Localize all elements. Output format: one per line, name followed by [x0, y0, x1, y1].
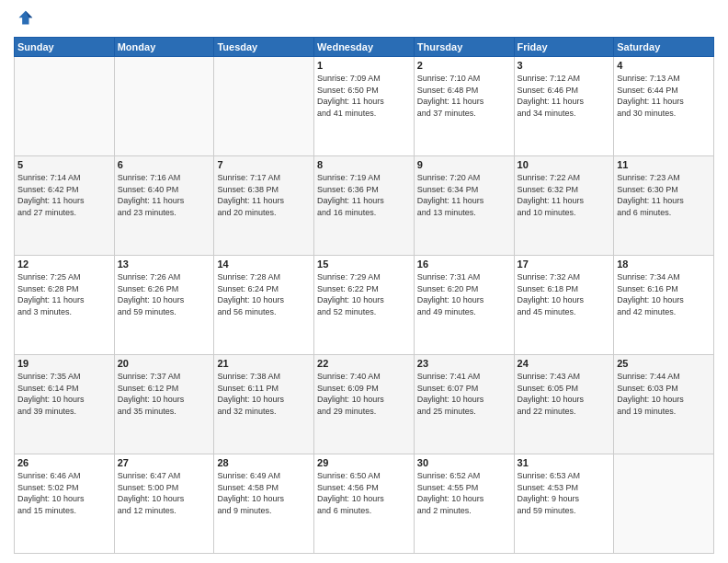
calendar-cell: 15Sunrise: 7:29 AM Sunset: 6:22 PM Dayli…	[314, 256, 415, 355]
calendar-cell: 26Sunrise: 6:46 AM Sunset: 5:02 PM Dayli…	[15, 454, 115, 554]
day-info: Sunrise: 7:13 AM Sunset: 6:44 PM Dayligh…	[617, 73, 711, 119]
week-row-4: 19Sunrise: 7:35 AM Sunset: 6:14 PM Dayli…	[15, 355, 714, 454]
day-info: Sunrise: 6:52 AM Sunset: 4:55 PM Dayligh…	[417, 470, 511, 516]
day-info: Sunrise: 7:34 AM Sunset: 6:16 PM Dayligh…	[617, 271, 711, 317]
day-number: 9	[417, 159, 511, 170]
calendar-cell: 6Sunrise: 7:16 AM Sunset: 6:40 PM Daylig…	[114, 156, 214, 256]
calendar-cell	[15, 57, 115, 156]
day-info: Sunrise: 7:12 AM Sunset: 6:46 PM Dayligh…	[518, 73, 611, 119]
calendar-cell: 3Sunrise: 7:12 AM Sunset: 6:46 PM Daylig…	[514, 57, 614, 156]
calendar-cell: 19Sunrise: 7:35 AM Sunset: 6:14 PM Dayli…	[15, 355, 115, 454]
day-info: Sunrise: 7:22 AM Sunset: 6:32 PM Dayligh…	[518, 172, 611, 218]
calendar-cell: 21Sunrise: 7:38 AM Sunset: 6:11 PM Dayli…	[214, 355, 314, 454]
day-number: 21	[217, 358, 311, 369]
day-number: 8	[317, 159, 411, 170]
page: SundayMondayTuesdayWednesdayThursdayFrid…	[0, 0, 728, 563]
logo-icon	[14, 9, 34, 29]
weekday-header-saturday: Saturday	[614, 38, 714, 57]
day-info: Sunrise: 7:19 AM Sunset: 6:36 PM Dayligh…	[317, 172, 411, 218]
week-row-5: 26Sunrise: 6:46 AM Sunset: 5:02 PM Dayli…	[15, 454, 714, 554]
week-row-3: 12Sunrise: 7:25 AM Sunset: 6:28 PM Dayli…	[15, 256, 714, 355]
header	[14, 9, 714, 29]
calendar-cell: 29Sunrise: 6:50 AM Sunset: 4:56 PM Dayli…	[314, 454, 415, 554]
day-info: Sunrise: 7:41 AM Sunset: 6:07 PM Dayligh…	[417, 371, 511, 417]
calendar-cell: 11Sunrise: 7:23 AM Sunset: 6:30 PM Dayli…	[614, 156, 714, 256]
day-number: 17	[518, 259, 611, 270]
day-number: 20	[118, 358, 211, 369]
calendar-cell: 23Sunrise: 7:41 AM Sunset: 6:07 PM Dayli…	[414, 355, 514, 454]
day-info: Sunrise: 6:50 AM Sunset: 4:56 PM Dayligh…	[317, 470, 411, 516]
day-info: Sunrise: 6:46 AM Sunset: 5:02 PM Dayligh…	[17, 470, 111, 516]
calendar-cell: 7Sunrise: 7:17 AM Sunset: 6:38 PM Daylig…	[214, 156, 314, 256]
day-info: Sunrise: 7:25 AM Sunset: 6:28 PM Dayligh…	[17, 271, 111, 317]
day-number: 5	[17, 159, 111, 170]
calendar-cell: 2Sunrise: 7:10 AM Sunset: 6:48 PM Daylig…	[414, 57, 514, 156]
calendar-cell: 12Sunrise: 7:25 AM Sunset: 6:28 PM Dayli…	[15, 256, 115, 355]
weekday-header-wednesday: Wednesday	[314, 38, 415, 57]
day-info: Sunrise: 7:16 AM Sunset: 6:40 PM Dayligh…	[118, 172, 211, 218]
day-number: 16	[417, 259, 511, 270]
calendar-cell: 28Sunrise: 6:49 AM Sunset: 4:58 PM Dayli…	[214, 454, 314, 554]
day-info: Sunrise: 7:40 AM Sunset: 6:09 PM Dayligh…	[317, 371, 411, 417]
calendar-cell: 13Sunrise: 7:26 AM Sunset: 6:26 PM Dayli…	[114, 256, 214, 355]
calendar-cell: 9Sunrise: 7:20 AM Sunset: 6:34 PM Daylig…	[414, 156, 514, 256]
day-info: Sunrise: 7:29 AM Sunset: 6:22 PM Dayligh…	[317, 271, 411, 317]
day-number: 10	[518, 159, 611, 170]
calendar-cell: 14Sunrise: 7:28 AM Sunset: 6:24 PM Dayli…	[214, 256, 314, 355]
day-number: 22	[317, 358, 411, 369]
day-info: Sunrise: 7:37 AM Sunset: 6:12 PM Dayligh…	[118, 371, 211, 417]
weekday-header-thursday: Thursday	[414, 38, 514, 57]
day-info: Sunrise: 7:32 AM Sunset: 6:18 PM Dayligh…	[518, 271, 611, 317]
day-number: 2	[417, 60, 511, 71]
day-number: 3	[518, 60, 611, 71]
day-info: Sunrise: 7:43 AM Sunset: 6:05 PM Dayligh…	[518, 371, 611, 417]
day-info: Sunrise: 7:44 AM Sunset: 6:03 PM Dayligh…	[617, 371, 711, 417]
calendar-cell: 22Sunrise: 7:40 AM Sunset: 6:09 PM Dayli…	[314, 355, 415, 454]
day-number: 26	[17, 457, 111, 468]
logo	[14, 9, 36, 29]
calendar-cell: 31Sunrise: 6:53 AM Sunset: 4:53 PM Dayli…	[514, 454, 614, 554]
day-info: Sunrise: 7:09 AM Sunset: 6:50 PM Dayligh…	[317, 73, 411, 119]
day-info: Sunrise: 7:10 AM Sunset: 6:48 PM Dayligh…	[417, 73, 511, 119]
calendar-cell: 4Sunrise: 7:13 AM Sunset: 6:44 PM Daylig…	[614, 57, 714, 156]
day-number: 19	[17, 358, 111, 369]
calendar-cell: 27Sunrise: 6:47 AM Sunset: 5:00 PM Dayli…	[114, 454, 214, 554]
day-number: 27	[118, 457, 211, 468]
day-number: 25	[617, 358, 711, 369]
weekday-header-sunday: Sunday	[15, 38, 115, 57]
calendar-cell: 30Sunrise: 6:52 AM Sunset: 4:55 PM Dayli…	[414, 454, 514, 554]
day-number: 15	[317, 259, 411, 270]
day-info: Sunrise: 7:20 AM Sunset: 6:34 PM Dayligh…	[417, 172, 511, 218]
day-number: 31	[518, 457, 611, 468]
day-number: 7	[217, 159, 311, 170]
week-row-2: 5Sunrise: 7:14 AM Sunset: 6:42 PM Daylig…	[15, 156, 714, 256]
weekday-header-monday: Monday	[114, 38, 214, 57]
day-number: 14	[217, 259, 311, 270]
day-info: Sunrise: 7:31 AM Sunset: 6:20 PM Dayligh…	[417, 271, 511, 317]
calendar-cell: 16Sunrise: 7:31 AM Sunset: 6:20 PM Dayli…	[414, 256, 514, 355]
day-number: 24	[518, 358, 611, 369]
day-info: Sunrise: 7:35 AM Sunset: 6:14 PM Dayligh…	[17, 371, 111, 417]
day-info: Sunrise: 6:53 AM Sunset: 4:53 PM Dayligh…	[518, 470, 611, 516]
weekday-header-row: SundayMondayTuesdayWednesdayThursdayFrid…	[15, 38, 714, 57]
day-info: Sunrise: 7:26 AM Sunset: 6:26 PM Dayligh…	[118, 271, 211, 317]
day-info: Sunrise: 6:49 AM Sunset: 4:58 PM Dayligh…	[217, 470, 311, 516]
day-info: Sunrise: 7:17 AM Sunset: 6:38 PM Dayligh…	[217, 172, 311, 218]
day-number: 30	[417, 457, 511, 468]
calendar-cell: 20Sunrise: 7:37 AM Sunset: 6:12 PM Dayli…	[114, 355, 214, 454]
day-info: Sunrise: 7:28 AM Sunset: 6:24 PM Dayligh…	[217, 271, 311, 317]
day-info: Sunrise: 6:47 AM Sunset: 5:00 PM Dayligh…	[118, 470, 211, 516]
calendar-cell: 1Sunrise: 7:09 AM Sunset: 6:50 PM Daylig…	[314, 57, 415, 156]
day-number: 23	[417, 358, 511, 369]
calendar-cell: 5Sunrise: 7:14 AM Sunset: 6:42 PM Daylig…	[15, 156, 115, 256]
day-number: 11	[617, 159, 711, 170]
week-row-1: 1Sunrise: 7:09 AM Sunset: 6:50 PM Daylig…	[15, 57, 714, 156]
day-number: 28	[217, 457, 311, 468]
weekday-header-tuesday: Tuesday	[214, 38, 314, 57]
day-info: Sunrise: 7:14 AM Sunset: 6:42 PM Dayligh…	[17, 172, 111, 218]
day-number: 12	[17, 259, 111, 270]
calendar-cell	[114, 57, 214, 156]
day-number: 1	[317, 60, 411, 71]
calendar-table: SundayMondayTuesdayWednesdayThursdayFrid…	[14, 37, 714, 554]
day-number: 6	[118, 159, 211, 170]
